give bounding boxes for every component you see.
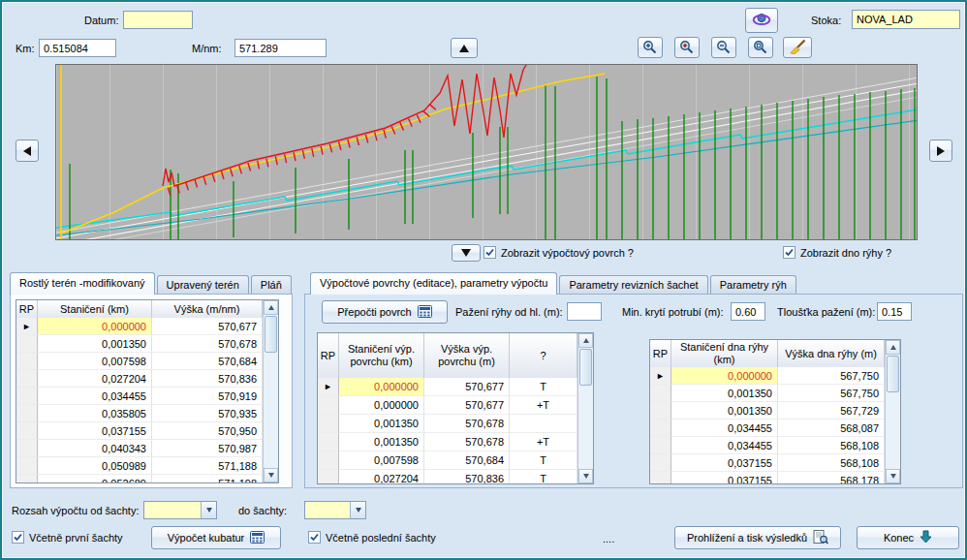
tab-parametry-ryh[interactable]: Parametry rýh bbox=[710, 275, 796, 295]
results-button[interactable]: Prohlížení a tisk výsledků bbox=[674, 526, 841, 549]
checkbox-box[interactable] bbox=[783, 246, 795, 259]
table-row[interactable]: 0,037155568,178 bbox=[650, 472, 885, 483]
table-cell[interactable]: 567,750 bbox=[778, 385, 885, 402]
table-cell[interactable]: T bbox=[510, 451, 577, 470]
terrain-table-body[interactable]: ►0,000000570,6770,001350570,6780,0075985… bbox=[16, 318, 263, 482]
table-cell[interactable]: 0,001350 bbox=[671, 385, 778, 402]
scroll-down-button[interactable] bbox=[578, 469, 593, 483]
table-row[interactable]: 0,027204570,836 bbox=[16, 370, 263, 388]
zoom-extents-button[interactable] bbox=[638, 37, 663, 58]
table-cell[interactable]: 0,027204 bbox=[339, 470, 424, 483]
table-row[interactable]: 0,035805570,935 bbox=[16, 405, 263, 422]
table-row[interactable]: 0,052689571,198 bbox=[16, 475, 263, 482]
table-cell[interactable]: 0,001350 bbox=[339, 415, 424, 433]
table-row[interactable]: 0,027204570,836T bbox=[318, 470, 577, 483]
table-cell[interactable] bbox=[510, 415, 577, 433]
table-cell[interactable]: 567,729 bbox=[778, 402, 885, 420]
table-cell[interactable]: 570,987 bbox=[152, 440, 263, 457]
table-cell[interactable]: 570,919 bbox=[152, 388, 263, 405]
table-cell[interactable]: 568,108 bbox=[778, 454, 885, 472]
table-cell[interactable]: +T bbox=[510, 396, 577, 415]
dropdown-button[interactable] bbox=[350, 502, 365, 518]
table-cell[interactable]: 0,001350 bbox=[339, 433, 424, 451]
km-input[interactable] bbox=[39, 39, 116, 57]
pan-up-button[interactable] bbox=[451, 38, 478, 58]
tab-upraveny-teren[interactable]: Upravený terén bbox=[157, 275, 249, 295]
mnm-input[interactable] bbox=[234, 39, 327, 57]
surface-table-body[interactable]: ►0,000000570,677T0,000000570,677+T0,0013… bbox=[318, 378, 577, 483]
trench-table-body[interactable]: ►0,000000567,7500,001350567,7500,0013505… bbox=[650, 367, 885, 483]
table-row[interactable]: 0,037155570,950 bbox=[16, 422, 263, 440]
tab-parametry-sachet[interactable]: Parametry revizních šachet bbox=[559, 275, 707, 295]
recalc-surface-button[interactable]: Přepočti povrch bbox=[322, 300, 448, 324]
terrain-table-scrollbar[interactable] bbox=[263, 300, 278, 482]
volumes-button[interactable]: Výpočet kubatur bbox=[151, 526, 281, 549]
table-cell[interactable]: 0,037155 bbox=[38, 422, 152, 440]
surface-table-scrollbar[interactable] bbox=[577, 333, 593, 483]
zoom-in-button[interactable] bbox=[674, 37, 700, 58]
table-cell[interactable]: 568,087 bbox=[778, 420, 885, 437]
table-cell[interactable]: 0,037155 bbox=[671, 454, 778, 472]
pan-right-button[interactable] bbox=[929, 140, 952, 162]
tab-plan[interactable]: Pláň bbox=[251, 275, 292, 295]
trench-table-scrollbar[interactable] bbox=[885, 340, 900, 483]
sheeting-input[interactable] bbox=[567, 302, 602, 321]
table-cell[interactable]: 0,000000 bbox=[38, 318, 152, 335]
tab-vypoctove-povrchy[interactable]: Výpočtové povrchy (editace), parametry v… bbox=[310, 272, 557, 295]
table-row[interactable]: 0,000000570,677+T bbox=[318, 396, 577, 415]
table-row[interactable]: 0,034455568,108 bbox=[650, 437, 885, 454]
table-row[interactable]: 0,001350570,678 bbox=[16, 335, 263, 353]
table-cell[interactable]: 0,035805 bbox=[38, 405, 152, 422]
table-cell[interactable]: 570,678 bbox=[152, 335, 263, 353]
pan-down-button[interactable] bbox=[452, 244, 481, 262]
to-shaft-combo[interactable] bbox=[304, 501, 366, 519]
table-row[interactable]: 0,001350570,678+T bbox=[318, 433, 577, 451]
table-cell[interactable]: 0,034455 bbox=[671, 420, 778, 437]
table-cell[interactable]: 570,684 bbox=[152, 353, 263, 370]
table-cell[interactable]: 570,677 bbox=[152, 318, 263, 335]
table-row[interactable]: 0,050989571,188 bbox=[16, 457, 263, 475]
datum-input[interactable] bbox=[123, 11, 193, 29]
checkbox-box[interactable] bbox=[484, 246, 496, 259]
table-cell[interactable]: +T bbox=[510, 433, 577, 451]
table-cell[interactable]: 570,678 bbox=[424, 433, 510, 451]
checkbox-box[interactable] bbox=[12, 531, 24, 544]
table-cell[interactable]: T bbox=[510, 470, 577, 483]
table-cell[interactable]: 0,000000 bbox=[339, 378, 424, 396]
table-row[interactable]: 0,001350570,678 bbox=[318, 415, 577, 433]
rotate-3d-button[interactable] bbox=[745, 8, 778, 33]
table-row[interactable]: 0,034455568,087 bbox=[650, 420, 885, 437]
table-row[interactable]: 0,001350567,729 bbox=[650, 402, 885, 420]
table-cell[interactable]: 0,007598 bbox=[38, 353, 152, 370]
table-cell[interactable]: 0,052689 bbox=[38, 475, 152, 482]
last-shaft-checkbox[interactable]: Včetně poslední šachty bbox=[308, 531, 436, 544]
table-cell[interactable]: 568,178 bbox=[778, 472, 885, 483]
table-cell[interactable]: 0,000000 bbox=[671, 367, 778, 385]
redraw-brush-button[interactable] bbox=[783, 37, 812, 58]
table-row[interactable]: ►0,000000567,750 bbox=[650, 367, 885, 385]
table-row[interactable]: ►0,000000570,677 bbox=[16, 318, 263, 335]
table-cell[interactable]: 570,678 bbox=[424, 415, 510, 433]
table-row[interactable]: 0,007598570,684 bbox=[16, 353, 263, 370]
zoom-out-button[interactable] bbox=[711, 37, 736, 58]
end-button[interactable]: Konec bbox=[857, 526, 959, 549]
scroll-up-button[interactable] bbox=[886, 340, 900, 355]
table-cell[interactable]: 568,108 bbox=[778, 437, 885, 454]
table-cell[interactable]: 0,001350 bbox=[671, 402, 778, 420]
table-cell[interactable]: 0,007598 bbox=[339, 451, 424, 470]
thickness-input[interactable] bbox=[877, 302, 912, 321]
table-cell[interactable]: 570,836 bbox=[424, 470, 510, 483]
scroll-up-button[interactable] bbox=[578, 333, 593, 348]
table-cell[interactable]: 570,935 bbox=[152, 405, 263, 422]
table-row[interactable]: ►0,000000570,677T bbox=[318, 378, 577, 396]
table-row[interactable]: 0,034455570,919 bbox=[16, 388, 263, 405]
zoom-window-button[interactable] bbox=[748, 37, 773, 58]
table-cell[interactable]: 0,040343 bbox=[38, 440, 152, 457]
table-cell[interactable]: 0,034455 bbox=[38, 388, 152, 405]
table-row[interactable]: 0,037155568,108 bbox=[650, 454, 885, 472]
pan-left-button[interactable] bbox=[16, 140, 39, 162]
table-cell[interactable]: 0,050989 bbox=[38, 457, 152, 475]
table-cell[interactable]: 571,198 bbox=[152, 475, 263, 482]
scroll-down-button[interactable] bbox=[886, 469, 900, 483]
cover-input[interactable] bbox=[731, 302, 765, 321]
